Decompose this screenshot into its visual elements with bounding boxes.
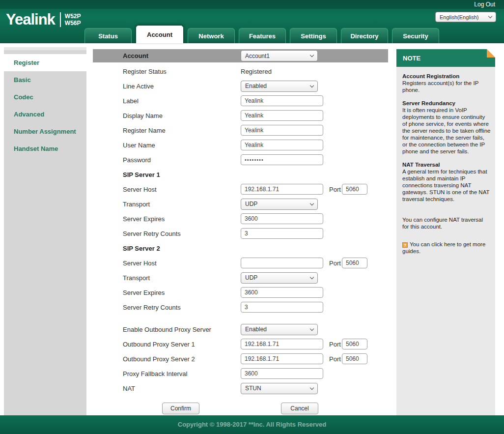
display-name-input[interactable] <box>241 110 323 121</box>
row-label: Line Active <box>123 83 238 90</box>
chevron-down-icon <box>488 14 492 18</box>
note-section: Server RedundancyIt is often required in… <box>402 100 491 155</box>
password-input[interactable] <box>241 154 323 165</box>
form-row: Proxy Fallback Interval <box>93 366 388 381</box>
row-label: Enable Outbound Proxy Server <box>123 326 238 333</box>
nat-select[interactable]: STUN <box>241 383 318 394</box>
account-header-label: Account <box>123 52 148 59</box>
form-row: Line ActiveEnabled <box>93 79 388 93</box>
language-value: English(English) <box>440 14 478 20</box>
form-row: Server Expires <box>93 211 388 226</box>
tab-features[interactable]: Features <box>239 28 286 43</box>
form-row: Server Retry Counts <box>93 300 388 315</box>
form-row: TransportUDP <box>93 197 388 211</box>
server-host-input[interactable] <box>241 258 323 268</box>
note-body: Account RegistrationRegisters account(s)… <box>396 67 495 415</box>
proxy-fallback-interval-input[interactable] <box>241 368 323 379</box>
transport-select[interactable]: UDP <box>241 272 318 284</box>
outbound-proxy-server-1-port-input[interactable] <box>342 339 367 349</box>
form-row: Register StatusRegistered <box>93 64 388 79</box>
row-label: SIP Server 1 <box>123 171 238 178</box>
enable-outbound-proxy-server-select[interactable]: Enabled <box>241 324 318 335</box>
sidebar-item-register[interactable]: Register <box>4 54 86 71</box>
tab-account[interactable]: Account <box>136 25 184 43</box>
sidebar-item-basic[interactable]: Basic <box>4 71 86 88</box>
label-input[interactable] <box>241 95 323 106</box>
note-section-body: A general term for techniques that estab… <box>402 168 491 203</box>
account-select-value: Account1 <box>245 53 270 59</box>
row-label: Server Retry Counts <box>123 304 238 311</box>
note-section-body: Registers account(s) for the IP phone. <box>402 80 491 93</box>
transport-select[interactable]: UDP <box>241 199 318 210</box>
account-select[interactable]: Account1 <box>241 50 318 61</box>
port-label: Port <box>329 355 341 363</box>
outbound-proxy-server-2-input[interactable] <box>241 353 323 364</box>
note-extra-text: You can configure NAT traversal for this… <box>402 216 491 230</box>
chevron-down-icon <box>310 275 314 279</box>
cancel-button[interactable]: Cancel <box>281 403 318 414</box>
server-expires-input[interactable] <box>241 287 323 298</box>
logo-divider <box>60 12 61 27</box>
chevron-down-icon <box>310 53 314 57</box>
help-icon[interactable]: ? <box>402 242 408 248</box>
line-active-select-value: Enabled <box>245 83 267 89</box>
register-status-value: Registered <box>241 68 272 75</box>
form-row: Password <box>93 152 388 167</box>
form-row: Enable Outbound Proxy ServerEnabled <box>93 322 388 337</box>
form-row: SIP Server 2 <box>93 241 388 256</box>
user-name-input[interactable] <box>241 140 323 150</box>
tab-status[interactable]: Status <box>84 28 132 43</box>
chevron-down-icon <box>310 326 314 330</box>
server-retry-counts-input[interactable] <box>241 228 323 239</box>
note-panel: NOTE Account RegistrationRegisters accou… <box>396 49 495 415</box>
row-label: Transport <box>123 201 238 208</box>
footer: Copyright © 1998-2017 **Inc. All Rights … <box>0 415 504 434</box>
form-row <box>93 315 388 322</box>
row-label: Server Expires <box>123 289 238 296</box>
server-expires-input[interactable] <box>241 213 323 224</box>
sidebar-item-codec[interactable]: Codec <box>4 88 86 106</box>
port-label: Port <box>329 186 341 193</box>
outbound-proxy-server-2-port-input[interactable] <box>342 353 367 364</box>
top-strip <box>0 0 504 9</box>
sidebar-item-number-assignment[interactable]: Number Assignment <box>4 123 86 140</box>
note-section-title: Account Registration <box>402 73 491 80</box>
server-host-port-input[interactable] <box>342 258 367 268</box>
outbound-proxy-server-1-input[interactable] <box>241 339 323 349</box>
note-section: NAT TraversalA general term for techniqu… <box>402 161 491 203</box>
model-bottom: W56P <box>65 20 81 27</box>
form-row: Outbound Proxy Server 2Port <box>93 351 388 366</box>
model-labels: W52P W56P <box>65 13 81 27</box>
chevron-down-icon <box>310 385 314 389</box>
enable-outbound-proxy-server-select-value: Enabled <box>245 326 267 333</box>
form-row: TransportUDP <box>93 270 388 285</box>
server-host-input[interactable] <box>241 184 323 195</box>
chevron-down-icon <box>310 83 314 87</box>
tab-settings[interactable]: Settings <box>290 28 337 43</box>
language-select[interactable]: English(English) <box>435 12 496 22</box>
server-host-port-input[interactable] <box>342 184 367 195</box>
row-label: Server Host <box>123 186 238 193</box>
line-active-select[interactable]: Enabled <box>241 81 318 92</box>
note-title: NOTE <box>403 55 420 62</box>
sidebar-item-handset-name[interactable]: Handset Name <box>4 140 86 157</box>
row-label: Server Host <box>123 260 238 267</box>
form-row: User Name <box>93 138 388 152</box>
brand-text: Yealink <box>6 11 55 29</box>
server-retry-counts-input[interactable] <box>241 302 323 313</box>
form-row: SIP Server 1 <box>93 167 388 182</box>
note-sections: Account RegistrationRegisters account(s)… <box>402 73 491 203</box>
confirm-button[interactable]: Confirm <box>162 403 199 414</box>
sidebar-item-advanced[interactable]: Advanced <box>4 106 86 123</box>
transport-select-value: UDP <box>245 274 257 281</box>
tab-security[interactable]: Security <box>392 28 439 43</box>
logout-link[interactable]: Log Out <box>474 1 495 8</box>
register-name-input[interactable] <box>241 125 323 136</box>
yealink-logo: Yealink W52P W56P <box>6 11 81 29</box>
tab-directory[interactable]: Directory <box>341 28 388 43</box>
sidebar-menu: RegisterBasicCodecAdvancedNumber Assignm… <box>4 47 86 415</box>
tab-network[interactable]: Network <box>188 28 235 43</box>
note-help-line: ?You can click here to get more guides. <box>402 241 491 255</box>
account-form: Account Account1 Register StatusRegister… <box>93 49 388 415</box>
form-row: Label <box>93 93 388 108</box>
